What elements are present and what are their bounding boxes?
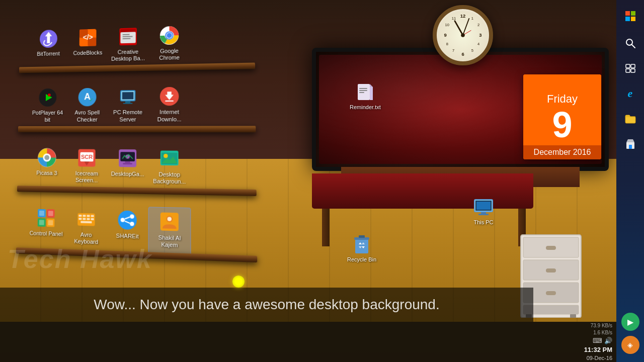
icon-desktopga[interactable]: DesktopGa... xyxy=(107,144,148,191)
icon-google-chrome[interactable]: Google Chrome xyxy=(148,22,190,68)
store-button[interactable] xyxy=(618,132,642,156)
svg-rect-67 xyxy=(48,211,53,216)
subtitle-bar: Wow... Now you have a awesome desktop ba… xyxy=(0,288,533,322)
search-button[interactable] xyxy=(618,31,642,55)
svg-line-12 xyxy=(455,21,463,35)
svg-text:2: 2 xyxy=(477,23,479,27)
shelf-plank-2 xyxy=(18,126,256,132)
icon-shakil[interactable]: Shakil Al Kajem xyxy=(148,207,191,256)
svg-text:6: 6 xyxy=(461,51,464,57)
icon-avro-spell[interactable]: A ✓ Avro Spell Checker xyxy=(67,84,107,129)
svg-text:9: 9 xyxy=(444,32,446,38)
recycle-bin-icon[interactable]: Recycle Bin xyxy=(347,233,376,262)
shakil-label: Shakil Al Kajem xyxy=(151,234,188,250)
creative-desktop-label: Creative Desktop Ba... xyxy=(110,48,146,62)
svg-text:4: 4 xyxy=(477,42,479,46)
bittorrent-label: BitTorrent xyxy=(37,50,60,57)
picasa-icon xyxy=(37,147,57,168)
icon-potplayer[interactable]: PotPlayer 64 bit xyxy=(28,84,67,129)
svg-rect-92 xyxy=(359,88,367,89)
svg-rect-126 xyxy=(625,117,635,123)
net-speed-up: 73.9 KB/s xyxy=(591,323,612,328)
svg-rect-117 xyxy=(625,17,630,21)
svg-text:✓: ✓ xyxy=(89,97,93,103)
internet-download-icon xyxy=(159,86,180,107)
date-display: 09-Dec-16 xyxy=(587,355,612,361)
svg-rect-66 xyxy=(39,211,44,216)
svg-text:5: 5 xyxy=(471,48,473,53)
svg-text:1: 1 xyxy=(471,16,473,21)
shareit-label: SHAREit xyxy=(116,232,139,240)
svg-rect-55 xyxy=(123,163,132,164)
this-pc-icon[interactable]: This PC xyxy=(473,196,494,225)
svg-line-120 xyxy=(632,45,635,48)
google-chrome-icon xyxy=(159,25,180,46)
clock-face: 12 3 6 9 1 2 4 5 7 8 10 11 xyxy=(433,5,493,65)
store-icon xyxy=(625,138,635,149)
icon-picasa[interactable]: Picasa 3 xyxy=(27,144,67,190)
file-explorer-icon xyxy=(625,114,636,124)
svg-rect-118 xyxy=(631,17,635,21)
avro-spell-icon: A ✓ xyxy=(77,87,97,108)
start-button[interactable] xyxy=(618,4,642,28)
recycle-bin-file-icon xyxy=(351,233,372,254)
svg-rect-116 xyxy=(631,11,635,16)
svg-text:11: 11 xyxy=(452,16,456,21)
svg-rect-73 xyxy=(87,215,90,217)
icon-desktop-bg[interactable]: Desktop Backgroun... xyxy=(148,145,191,192)
svg-rect-79 xyxy=(80,221,92,224)
reminder-file-icon xyxy=(356,83,375,102)
svg-point-60 xyxy=(164,154,168,158)
watermark: Tech Hawk xyxy=(8,244,152,274)
svg-rect-69 xyxy=(48,220,53,226)
play-button[interactable]: ▶ xyxy=(621,313,639,331)
clock-widget: 12 3 6 9 1 2 4 5 7 8 10 11 xyxy=(433,5,498,70)
svg-rect-111 xyxy=(546,291,556,295)
net-speed-down: 1.6 KB/s xyxy=(593,330,612,335)
orange-button[interactable]: ◈ xyxy=(621,336,639,354)
svg-rect-93 xyxy=(359,90,367,91)
svg-rect-100 xyxy=(476,202,491,210)
svg-rect-75 xyxy=(78,218,82,220)
svg-marker-90 xyxy=(370,84,373,87)
subtitle-text: Wow... Now you have a awesome desktop ba… xyxy=(94,297,439,312)
file-explorer-button[interactable] xyxy=(618,107,642,131)
shareit-icon xyxy=(117,209,137,231)
svg-rect-22 xyxy=(120,32,135,43)
control-panel-label: Control Panel xyxy=(29,230,62,238)
svg-rect-109 xyxy=(546,268,556,273)
shelf-row-2: PotPlayer 64 bit A ✓ Avro Spell Checker xyxy=(28,82,250,129)
icon-internet-download[interactable]: Internet Downlo... xyxy=(148,83,191,129)
svg-rect-41 xyxy=(122,92,133,100)
icecream-icon: SCR xyxy=(76,147,97,168)
icon-icecream[interactable]: SCR Icecream Screen... xyxy=(66,144,107,190)
net-speed-up-value: 73.9 KB/s xyxy=(591,323,612,328)
icon-creative-desktop[interactable]: Creative Desktop Ba... xyxy=(108,23,148,68)
reminder-icon[interactable]: Reminder.txt xyxy=(350,83,381,110)
icon-bittorrent[interactable]: BitTorrent xyxy=(29,25,68,70)
svg-rect-122 xyxy=(631,64,635,68)
avro-keyboard-icon xyxy=(76,209,97,230)
icon-codeblocks[interactable]: </> CodeBlocks xyxy=(68,24,108,69)
ie-button[interactable]: e xyxy=(618,81,642,106)
shelf-container: BitTorrent </> CodeBlocks xyxy=(28,25,244,236)
this-pc-file-icon xyxy=(473,196,494,217)
icecream-label: Icecream Screen... xyxy=(68,170,105,184)
orange-icon: ◈ xyxy=(627,341,633,349)
task-view-button[interactable] xyxy=(618,56,642,80)
svg-rect-24 xyxy=(122,34,129,35)
ie-icon: e xyxy=(628,87,633,100)
svg-rect-68 xyxy=(39,220,44,225)
calendar-month-year: December 2016 xyxy=(523,145,601,159)
time-display: 11:32 PM xyxy=(584,346,612,353)
mouse-cursor xyxy=(232,276,245,288)
creative-desktop-icon xyxy=(118,26,138,47)
svg-rect-77 xyxy=(87,218,90,220)
svg-text:8: 8 xyxy=(446,42,448,46)
svg-rect-115 xyxy=(625,11,630,16)
svg-rect-98 xyxy=(478,214,489,215)
svg-rect-91 xyxy=(370,87,373,100)
tray-icons: ⌨ 🔊 xyxy=(593,337,612,344)
system-tray: 73.9 KB/s 1.6 KB/s ⌨ 🔊 11:32 PM 09-Dec-1… xyxy=(533,322,616,362)
icon-pc-remote[interactable]: PC Remote Server xyxy=(107,83,148,129)
